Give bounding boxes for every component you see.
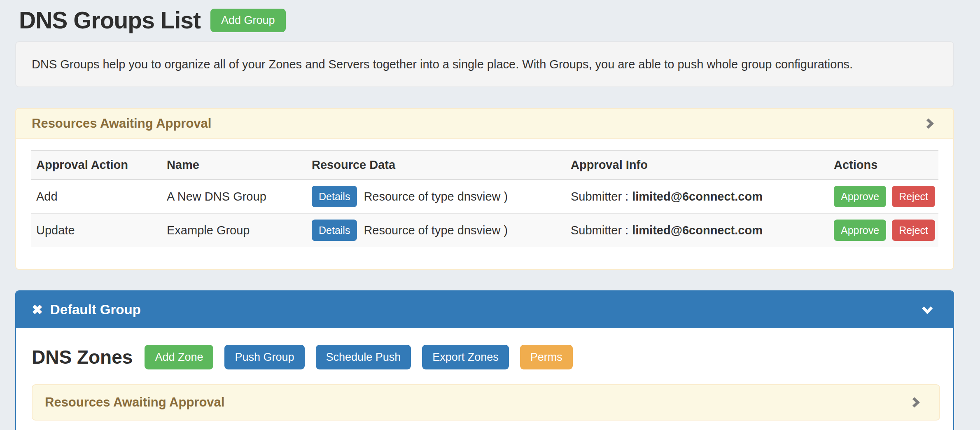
default-group-title: Default Group	[50, 302, 141, 318]
approval-action-cell: Update	[31, 213, 161, 247]
approval-panel: Resources Awaiting Approval Approval Act…	[15, 108, 954, 270]
actions-cell: Approve Reject	[828, 180, 938, 213]
actions-cell: Approve Reject	[828, 213, 938, 247]
details-button[interactable]: Details	[312, 186, 357, 207]
column-name: Name	[161, 150, 306, 180]
approval-info-cell: Submitter :limited@6connect.com	[565, 213, 828, 247]
approval-panel-title: Resources Awaiting Approval	[32, 116, 211, 131]
perms-button[interactable]: Perms	[520, 345, 573, 369]
column-resource-data: Resource Data	[306, 150, 565, 180]
approval-row: Update Example Group Details Resource of…	[31, 213, 938, 247]
submitter-email: limited@6connect.com	[632, 224, 763, 237]
approval-panel-header[interactable]: Resources Awaiting Approval	[16, 109, 953, 139]
chevron-right-icon[interactable]	[923, 117, 936, 130]
page-description: DNS Groups help you to organize all of y…	[32, 58, 853, 71]
approval-table-header-row: Approval Action Name Resource Data Appro…	[31, 150, 938, 180]
push-group-button[interactable]: Push Group	[224, 345, 304, 369]
resource-data-cell: Details Resource of type dnsview )	[306, 180, 565, 213]
submitter-email: limited@6connect.com	[632, 190, 763, 203]
schedule-push-button[interactable]: Schedule Push	[316, 345, 411, 369]
chevron-down-icon[interactable]	[920, 303, 934, 317]
reject-button[interactable]: Reject	[892, 220, 935, 241]
dns-zones-toolbar: DNS Zones Add Zone Push Group Schedule P…	[32, 345, 940, 369]
dns-zones-title: DNS Zones	[32, 346, 133, 368]
resource-text: Resource of type dnsview )	[364, 190, 508, 203]
reject-button[interactable]: Reject	[892, 186, 935, 207]
zones-approval-panel-title: Resources Awaiting Approval	[45, 395, 224, 410]
column-actions: Actions	[828, 150, 938, 180]
chevron-right-icon[interactable]	[909, 396, 922, 409]
resource-text: Resource of type dnsview )	[364, 224, 508, 237]
export-zones-button[interactable]: Export Zones	[422, 345, 509, 369]
approval-name-cell: A New DNS Group	[161, 180, 306, 213]
page-header: DNS Groups List Add Group	[19, 7, 954, 34]
submitter-label: Submitter :	[571, 224, 628, 237]
page-container: DNS Groups List Add Group DNS Groups hel…	[15, 7, 954, 430]
approval-row: Add A New DNS Group Details Resource of …	[31, 180, 938, 213]
close-icon[interactable]: ✖	[32, 303, 43, 316]
approval-panel-body: Approval Action Name Resource Data Appro…	[16, 139, 953, 269]
add-group-button[interactable]: Add Group	[210, 9, 286, 32]
approval-table: Approval Action Name Resource Data Appro…	[31, 150, 938, 247]
submitter-label: Submitter :	[571, 190, 628, 203]
approve-button[interactable]: Approve	[834, 186, 886, 207]
approval-name-cell: Example Group	[161, 213, 306, 247]
approval-action-cell: Add	[31, 180, 161, 213]
add-zone-button[interactable]: Add Zone	[145, 345, 213, 369]
page-description-well: DNS Groups help you to organize all of y…	[15, 41, 954, 87]
details-button[interactable]: Details	[312, 220, 357, 241]
column-approval-action: Approval Action	[31, 150, 161, 180]
column-approval-info: Approval Info	[565, 150, 828, 180]
default-group-header[interactable]: ✖ Default Group	[16, 291, 953, 328]
zones-approval-panel-header[interactable]: Resources Awaiting Approval	[32, 384, 940, 421]
resource-data-cell: Details Resource of type dnsview )	[306, 213, 565, 247]
default-group-body: DNS Zones Add Zone Push Group Schedule P…	[16, 328, 953, 430]
page-title: DNS Groups List	[19, 7, 201, 34]
default-group-panel: ✖ Default Group DNS Zones Add Zone Push …	[15, 290, 954, 430]
approval-info-cell: Submitter :limited@6connect.com	[565, 180, 828, 213]
approve-button[interactable]: Approve	[834, 220, 886, 241]
